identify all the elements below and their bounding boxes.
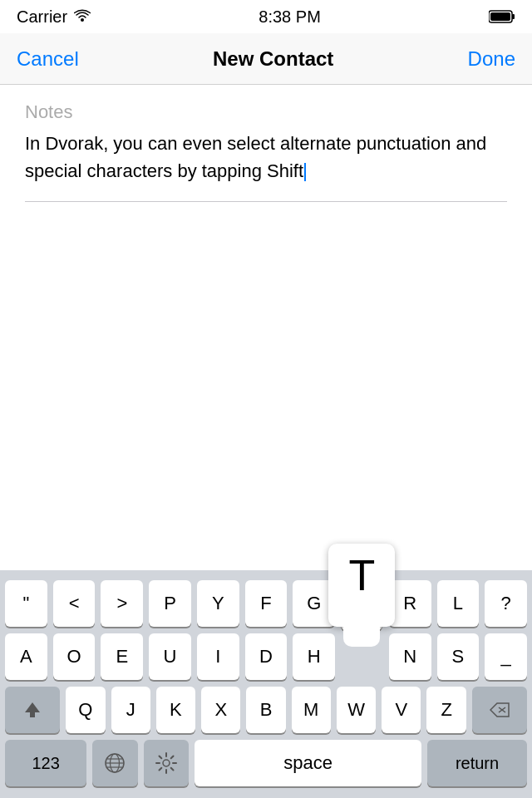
key-m[interactable]: M (292, 687, 331, 733)
text-cursor (304, 163, 306, 181)
key-t-popup: T (328, 544, 395, 627)
cancel-button[interactable]: Cancel (17, 47, 79, 71)
key-v[interactable]: V (382, 687, 421, 733)
num-key[interactable]: 123 (5, 740, 86, 786)
status-left: Carrier (17, 7, 91, 27)
notes-field[interactable]: In Dvorak, you can even select alternate… (25, 130, 507, 185)
key-s[interactable]: S (437, 633, 480, 680)
backspace-key[interactable] (472, 687, 527, 733)
key-k[interactable]: K (156, 687, 195, 733)
key-lt[interactable]: < (53, 580, 96, 627)
svg-line-17 (160, 756, 162, 759)
key-gt[interactable]: > (101, 580, 143, 627)
globe-key[interactable] (92, 740, 138, 786)
key-p[interactable]: P (149, 580, 191, 627)
keyboard: " < > P Y F G T R L ? A O E U I D H N S … (0, 570, 532, 798)
key-underscore[interactable]: _ (485, 633, 527, 680)
battery-icon (489, 9, 515, 24)
svg-rect-3 (490, 12, 510, 21)
key-x[interactable]: X (201, 687, 240, 733)
key-d[interactable]: D (245, 633, 288, 680)
key-e[interactable]: E (101, 633, 143, 680)
key-l[interactable]: L (437, 580, 480, 627)
key-t-container[interactable]: T (341, 580, 383, 627)
keyboard-row-3: Q J K X B M W V Z (5, 687, 527, 733)
divider (25, 201, 507, 202)
svg-line-20 (171, 756, 174, 759)
status-time: 8:38 PM (259, 7, 320, 27)
done-button[interactable]: Done (468, 47, 515, 71)
svg-point-12 (163, 760, 170, 766)
space-key[interactable]: space (195, 740, 421, 786)
svg-line-19 (160, 768, 162, 771)
status-bar: Carrier 8:38 PM (0, 0, 532, 33)
key-f[interactable]: F (245, 580, 288, 627)
key-quote[interactable]: " (5, 580, 47, 627)
num-key-label: 123 (32, 754, 59, 773)
notes-text-content: In Dvorak, you can even select alternate… (25, 133, 486, 181)
key-z[interactable]: Z (426, 687, 466, 733)
svg-point-0 (81, 18, 84, 22)
key-o[interactable]: O (53, 633, 96, 680)
key-i[interactable]: I (197, 633, 239, 680)
svg-marker-4 (25, 702, 40, 717)
return-key[interactable]: return (427, 740, 527, 786)
key-q[interactable]: Q (66, 687, 105, 733)
key-a[interactable]: A (5, 633, 47, 680)
key-u[interactable]: U (149, 633, 191, 680)
keyboard-row-4: 123 (5, 740, 527, 786)
key-j[interactable]: J (111, 687, 150, 733)
page-title: New Contact (213, 47, 333, 71)
keyboard-row-1: " < > P Y F G T R L ? (5, 580, 527, 627)
svg-rect-2 (512, 14, 515, 19)
key-n[interactable]: N (389, 633, 431, 680)
notes-placeholder: Notes (25, 101, 507, 123)
carrier-label: Carrier (17, 7, 67, 27)
return-key-label: return (456, 754, 499, 773)
key-y[interactable]: Y (197, 580, 239, 627)
keyboard-row-2: A O E U I D H N S _ (5, 633, 527, 680)
content-area: Notes In Dvorak, you can even select alt… (0, 85, 532, 351)
key-question[interactable]: ? (485, 580, 527, 627)
shift-key[interactable] (5, 687, 60, 733)
space-key-label: space (283, 752, 332, 774)
key-h[interactable]: H (293, 633, 335, 680)
key-w[interactable]: W (337, 687, 376, 733)
key-b[interactable]: B (246, 687, 285, 733)
settings-key[interactable] (144, 740, 190, 786)
wifi-icon (74, 7, 91, 27)
svg-line-18 (171, 768, 174, 771)
nav-bar: Cancel New Contact Done (0, 33, 532, 85)
